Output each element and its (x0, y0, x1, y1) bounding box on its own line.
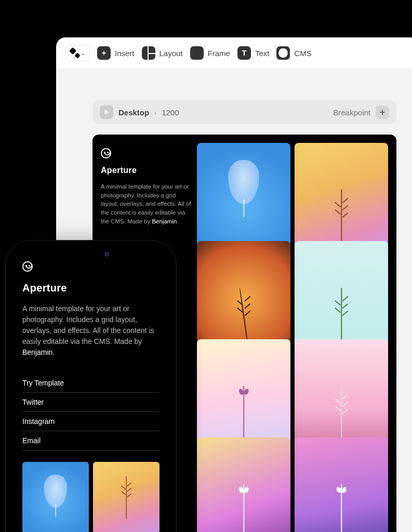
gallery-grid (197, 143, 388, 531)
framer-logo-icon (70, 48, 79, 58)
smiley-icon (22, 261, 33, 272)
phone-notch (57, 247, 125, 259)
add-breakpoint-button[interactable]: + (376, 105, 389, 119)
site-title: Aperture (101, 166, 192, 175)
breakpoint-label: Breakpoint (333, 108, 370, 117)
link-email[interactable]: Email (22, 431, 160, 450)
tool-label: Insert (115, 49, 135, 58)
cms-icon (276, 46, 290, 60)
plus-icon: + (97, 46, 111, 60)
frame-icon (190, 46, 204, 60)
gallery-tile[interactable] (22, 462, 89, 532)
link-try-template[interactable]: Try Template (22, 374, 160, 393)
smiley-icon (101, 148, 111, 158)
chevron-down-icon: ⌄ (81, 50, 85, 57)
tool-text[interactable]: T Text (237, 46, 270, 60)
tool-label: Text (255, 49, 270, 58)
breakpoint-size: 1200 (162, 108, 179, 117)
gallery-tile[interactable] (93, 462, 160, 532)
phone-gallery-grid (22, 462, 160, 532)
app-menu-button[interactable]: ⌄ (65, 45, 90, 61)
site-description: A minimal template for your art or photo… (22, 303, 160, 358)
text-icon: T (237, 46, 251, 60)
tool-cms[interactable]: CMS (276, 46, 311, 60)
play-icon[interactable] (100, 105, 113, 119)
phone-mockup: Aperture A minimal template for your art… (5, 240, 177, 532)
breakpoint-separator: · (154, 108, 156, 117)
tool-frame[interactable]: Frame (190, 46, 230, 60)
site-title: Aperture (22, 282, 160, 294)
phone-screen: Aperture A minimal template for your art… (11, 246, 171, 532)
gallery-tile[interactable] (295, 437, 388, 532)
gallery-tile[interactable] (197, 437, 290, 532)
link-twitter[interactable]: Twitter (22, 393, 160, 412)
tool-insert[interactable]: + Insert (97, 46, 135, 60)
tool-label: Frame (208, 49, 230, 58)
breakpoint-device: Desktop (118, 108, 149, 117)
tool-layout[interactable]: Layout (142, 46, 183, 60)
tool-label: CMS (294, 49, 311, 58)
tool-label: Layout (160, 49, 183, 58)
link-instagram[interactable]: Instagram (22, 412, 160, 431)
top-toolbar: ⌄ + Insert Layout Frame T Text CMS (56, 37, 412, 69)
layout-icon (142, 46, 155, 60)
breakpoint-bar: Desktop · 1200 Breakpoint + (92, 100, 396, 124)
site-description: A minimal template for your art or photo… (101, 182, 192, 225)
phone-links: Try Template Twitter Instagram Email (22, 374, 160, 450)
